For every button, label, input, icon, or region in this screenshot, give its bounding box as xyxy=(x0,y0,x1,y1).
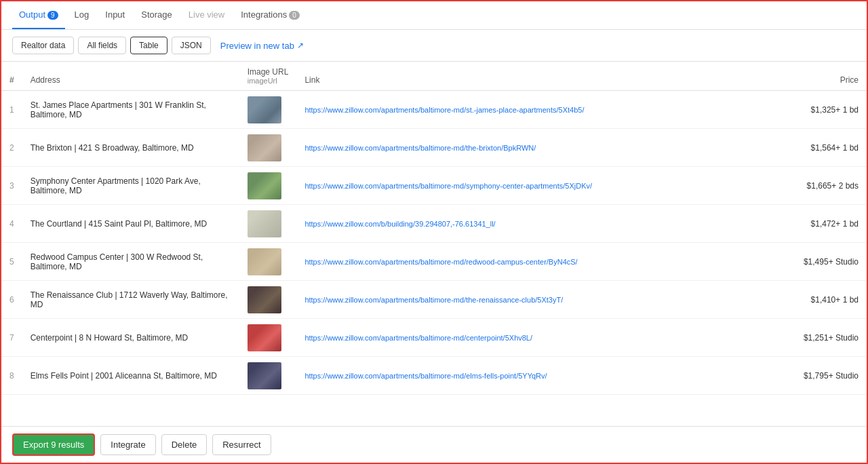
tab-live-view-label: Live view xyxy=(189,9,224,20)
cell-image xyxy=(239,319,297,357)
integrate-button[interactable]: Integrate xyxy=(100,434,155,455)
external-link-icon: ↗ xyxy=(297,41,304,50)
data-table-container: # Address Image URLimageUrl Link Price 1… xyxy=(1,62,867,426)
cell-link: https://www.zillow.com/apartments/baltim… xyxy=(296,243,778,281)
cell-address: Symphony Center Apartments | 1020 Park A… xyxy=(22,167,239,205)
main-container: Output9 Log Input Storage Live view Inte… xyxy=(0,0,868,464)
cell-image xyxy=(239,281,297,319)
cell-address: The Courtland | 415 Saint Paul Pl, Balti… xyxy=(22,205,239,243)
table-row: 8 Elms Fells Point | 2001 Aliceanna St, … xyxy=(1,357,867,395)
table-row: 5 Redwood Campus Center | 300 W Redwood … xyxy=(1,243,867,281)
cell-price: $1,495+ Studio xyxy=(778,243,867,281)
tab-storage[interactable]: Storage xyxy=(134,1,179,29)
col-header-link: Link xyxy=(296,62,778,91)
zillow-link[interactable]: https://www.zillow.com/apartments/baltim… xyxy=(304,144,536,152)
cell-link: https://www.zillow.com/apartments/baltim… xyxy=(296,167,778,205)
tab-output-label: Output xyxy=(19,9,45,20)
data-table: # Address Image URLimageUrl Link Price 1… xyxy=(1,62,867,395)
cell-price: $1,325+ 1 bd xyxy=(778,91,867,129)
cell-price: $1,472+ 1 bd xyxy=(778,205,867,243)
cell-num: 5 xyxy=(1,243,22,281)
col-header-num: # xyxy=(1,62,22,91)
tab-integrations-label: Integrations xyxy=(241,9,287,20)
zillow-link[interactable]: https://www.zillow.com/apartments/baltim… xyxy=(304,106,584,114)
cell-link: https://www.zillow.com/apartments/baltim… xyxy=(296,129,778,167)
realtor-data-button[interactable]: Realtor data xyxy=(12,37,74,54)
table-row: 1 St. James Place Apartments | 301 W Fra… xyxy=(1,91,867,129)
cell-image xyxy=(239,357,297,395)
cell-address: Centerpoint | 8 N Howard St, Baltimore, … xyxy=(22,319,239,357)
delete-button[interactable]: Delete xyxy=(161,434,208,455)
cell-num: 2 xyxy=(1,129,22,167)
zillow-link[interactable]: https://www.zillow.com/apartments/baltim… xyxy=(304,182,592,190)
col-header-price: Price xyxy=(778,62,867,91)
cell-num: 7 xyxy=(1,319,22,357)
cell-link: https://www.zillow.com/apartments/baltim… xyxy=(296,281,778,319)
cell-address: St. James Place Apartments | 301 W Frank… xyxy=(22,91,239,129)
zillow-link[interactable]: https://www.zillow.com/b/building/39.294… xyxy=(304,220,495,228)
cell-num: 3 xyxy=(1,167,22,205)
col-header-image-url: Image URLimageUrl xyxy=(239,62,297,91)
tab-input[interactable]: Input xyxy=(98,1,132,29)
cell-link: https://www.zillow.com/b/building/39.294… xyxy=(296,205,778,243)
tab-input-label: Input xyxy=(105,9,125,20)
cell-image xyxy=(239,205,297,243)
preview-new-tab-link[interactable]: Preview in new tab ↗ xyxy=(220,41,304,51)
cell-link: https://www.zillow.com/apartments/baltim… xyxy=(296,357,778,395)
table-row: 4 The Courtland | 415 Saint Paul Pl, Bal… xyxy=(1,205,867,243)
col-header-address: Address xyxy=(22,62,239,91)
cell-address: The Brixton | 421 S Broadway, Baltimore,… xyxy=(22,129,239,167)
tab-live-view: Live view xyxy=(182,1,231,29)
zillow-link[interactable]: https://www.zillow.com/apartments/baltim… xyxy=(304,258,577,266)
cell-price: $1,665+ 2 bds xyxy=(778,167,867,205)
zillow-link[interactable]: https://www.zillow.com/apartments/baltim… xyxy=(304,372,547,380)
tab-integrations[interactable]: Integrations0 xyxy=(234,1,307,29)
resurrect-button[interactable]: Resurrect xyxy=(212,434,271,455)
zillow-link[interactable]: https://www.zillow.com/apartments/baltim… xyxy=(304,334,532,342)
cell-image xyxy=(239,129,297,167)
export-button[interactable]: Export 9 results xyxy=(12,433,95,456)
table-row: 6 The Renaissance Club | 1712 Waverly Wa… xyxy=(1,281,867,319)
footer-bar: Export 9 results Integrate Delete Resurr… xyxy=(1,426,867,463)
cell-address: Elms Fells Point | 2001 Aliceanna St, Ba… xyxy=(22,357,239,395)
table-header-row: # Address Image URLimageUrl Link Price xyxy=(1,62,867,91)
table-body: 1 St. James Place Apartments | 301 W Fra… xyxy=(1,91,867,395)
cell-num: 6 xyxy=(1,281,22,319)
table-button[interactable]: Table xyxy=(130,37,167,54)
table-row: 3 Symphony Center Apartments | 1020 Park… xyxy=(1,167,867,205)
cell-price: $1,251+ Studio xyxy=(778,319,867,357)
cell-price: $1,564+ 1 bd xyxy=(778,129,867,167)
tab-integrations-badge: 0 xyxy=(289,11,300,20)
all-fields-button[interactable]: All fields xyxy=(78,37,126,54)
cell-address: Redwood Campus Center | 300 W Redwood St… xyxy=(22,243,239,281)
cell-price: $1,410+ 1 bd xyxy=(778,281,867,319)
tab-output-badge: 9 xyxy=(47,11,58,20)
preview-new-tab-label: Preview in new tab xyxy=(220,41,294,51)
cell-address: The Renaissance Club | 1712 Waverly Way,… xyxy=(22,281,239,319)
cell-price: $1,795+ Studio xyxy=(778,357,867,395)
tab-output[interactable]: Output9 xyxy=(12,1,65,29)
cell-image xyxy=(239,91,297,129)
cell-image xyxy=(239,243,297,281)
tab-storage-label: Storage xyxy=(141,9,172,20)
toolbar: Realtor data All fields Table JSON Previ… xyxy=(1,30,867,62)
table-row: 7 Centerpoint | 8 N Howard St, Baltimore… xyxy=(1,319,867,357)
table-row: 2 The Brixton | 421 S Broadway, Baltimor… xyxy=(1,129,867,167)
cell-image xyxy=(239,167,297,205)
tab-bar: Output9 Log Input Storage Live view Inte… xyxy=(1,1,867,30)
cell-num: 4 xyxy=(1,205,22,243)
cell-link: https://www.zillow.com/apartments/baltim… xyxy=(296,91,778,129)
json-button[interactable]: JSON xyxy=(172,37,211,54)
tab-log-label: Log xyxy=(75,9,90,20)
cell-num: 8 xyxy=(1,357,22,395)
zillow-link[interactable]: https://www.zillow.com/apartments/baltim… xyxy=(304,296,563,304)
cell-num: 1 xyxy=(1,91,22,129)
tab-log[interactable]: Log xyxy=(68,1,96,29)
cell-link: https://www.zillow.com/apartments/baltim… xyxy=(296,319,778,357)
